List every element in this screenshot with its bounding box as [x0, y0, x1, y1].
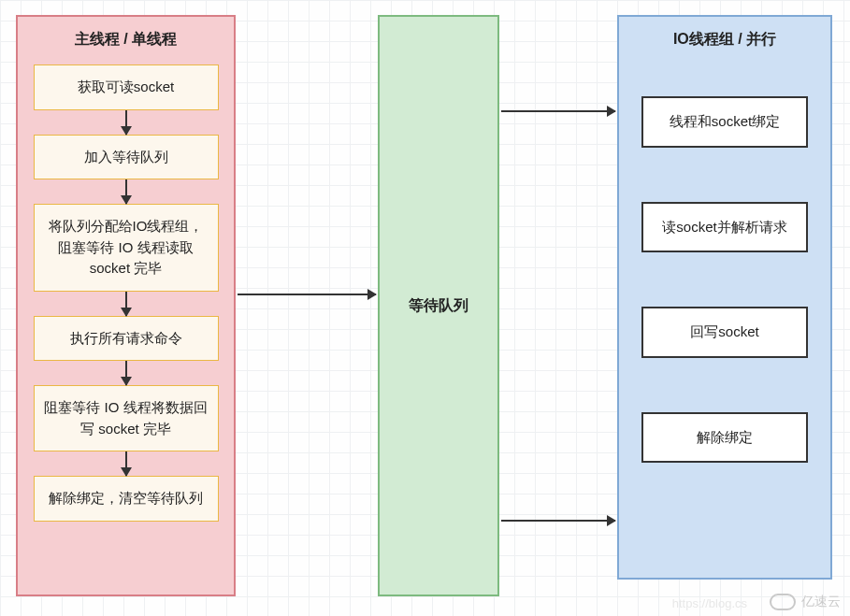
- arrow-right-icon: [238, 294, 376, 295]
- wait-queue-container: 等待队列: [378, 15, 499, 596]
- iostep-unbind: 解除绑定: [641, 412, 808, 464]
- cloud-icon: [770, 594, 796, 610]
- iostep-write-socket: 回写socket: [641, 307, 808, 358]
- arrow-down-icon: [125, 110, 127, 135]
- step-unbind-clear: 解除绑定，清空等待队列: [34, 476, 219, 522]
- arrow-down-icon: [125, 179, 127, 204]
- arrow-right-icon: [501, 520, 615, 522]
- main-thread-title: 主线程 / 单线程: [18, 17, 234, 59]
- arrow-down-icon: [125, 361, 127, 385]
- step-get-readable-socket: 获取可读socket: [34, 64, 219, 110]
- step-execute-commands: 执行所有请求命令: [34, 316, 219, 362]
- main-thread-container: 主线程 / 单线程 获取可读socket 加入等待队列 将队列分配给IO线程组，…: [16, 15, 236, 596]
- watermark-url: https://blog.cs: [672, 596, 747, 610]
- io-threads-title: IO线程组 / 并行: [619, 17, 830, 59]
- wait-queue-label: 等待队列: [409, 296, 468, 316]
- arrow-down-icon: [125, 451, 127, 476]
- step-wait-write: 阻塞等待 IO 线程将数据回写 socket 完毕: [34, 385, 219, 451]
- step-dispatch-io: 将队列分配给IO线程组，阻塞等待 IO 线程读取 socket 完毕: [34, 204, 219, 292]
- io-threads-container: IO线程组 / 并行 线程和socket绑定 读socket并解析请求 回写so…: [617, 15, 832, 580]
- watermark-brand: 亿速云: [770, 594, 841, 610]
- arrow-right-icon: [501, 110, 615, 112]
- arrow-down-icon: [125, 292, 127, 316]
- step-enqueue: 加入等待队列: [34, 135, 219, 180]
- watermark-brand-text: 亿速云: [801, 594, 841, 610]
- iostep-read-parse: 读socket并解析请求: [641, 202, 808, 253]
- iostep-bind-socket: 线程和socket绑定: [641, 96, 808, 148]
